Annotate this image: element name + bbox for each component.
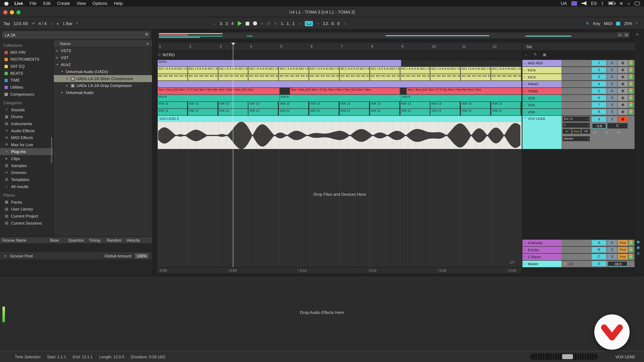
- clip[interactable]: VOX 12: [309, 109, 339, 115]
- sidebar-item-grooves[interactable]: ≈Grooves: [0, 169, 53, 176]
- groove-col-random[interactable]: Random: [107, 237, 122, 244]
- output-routing-menu[interactable]: Master: [563, 136, 590, 141]
- sidebar-item-midi-effects[interactable]: ≡MIDI Effects: [0, 134, 53, 141]
- clip[interactable]: VOX 13: [461, 102, 490, 108]
- groove-wave-icon[interactable]: ≈: [4, 253, 6, 258]
- tree-arrow-icon[interactable]: ▾: [56, 61, 59, 68]
- cue-icon[interactable]: ◉: [636, 245, 640, 249]
- clip[interactable]: VOX 13: [188, 102, 218, 108]
- clip[interactable]: VOX 12: [340, 109, 369, 115]
- clip[interactable]: KIC KIC KIC KIC KIC KIC KIC KIC: [340, 74, 370, 80]
- clip[interactable]: KIC KIC KIC KIC KIC KIC KIC KIC: [461, 74, 491, 80]
- clip[interactable]: INTRO: [158, 60, 401, 66]
- clip[interactable]: KIC KIC KIC KIC KIC KIC KIC KIC: [188, 74, 218, 80]
- clip[interactable]: VOX 12: [279, 109, 308, 115]
- sidebar-item-sounds[interactable]: ♪Sounds: [0, 106, 53, 113]
- track-number[interactable]: 1: [592, 60, 606, 66]
- monitor-in-button[interactable]: In: [563, 129, 571, 134]
- tree-arrow-icon[interactable]: ▸: [65, 75, 69, 82]
- return-title[interactable]: B Echo: [522, 247, 562, 253]
- new-button[interactable]: +: [261, 21, 263, 26]
- clip[interactable]: KIC KIC KIC KIC KIC KIC KIC KIC: [491, 74, 521, 80]
- sidebar-scrollbar[interactable]: [51, 137, 52, 163]
- clip[interactable]: KIC( I K K K KI KIC( I K: [491, 67, 521, 73]
- lane-midi-ref-1[interactable]: INTRO: [158, 60, 522, 67]
- punch-in-icon[interactable]: ⌐: [299, 21, 301, 26]
- recording-overlay-badge[interactable]: [594, 314, 630, 350]
- groove-col-groove-name[interactable]: Groove Name: [2, 237, 26, 244]
- track-number[interactable]: 4: [592, 81, 606, 87]
- solo-button[interactable]: S: [608, 117, 617, 122]
- sidebar-item-time[interactable]: TIME: [0, 77, 53, 84]
- monitor-auto-button[interactable]: Auto: [572, 129, 580, 134]
- clip[interactable]: KIC KIC KIC KIC KIC KIC KIC KIC: [400, 74, 430, 80]
- arm-button[interactable]: [618, 81, 628, 87]
- clip[interactable]: KIC( I K K K KI KIC( I K: [340, 67, 370, 73]
- clip[interactable]: VOX 12: [461, 109, 490, 115]
- sidebar-item-user-library[interactable]: ▤User Library: [0, 206, 53, 213]
- sidebar-item-drums[interactable]: ▦Drums: [0, 113, 53, 120]
- clip[interactable]: Tom ( Tom_015 Tom ( Ti Ti Ton Tom ( Tom …: [158, 88, 280, 94]
- return-letter[interactable]: A: [592, 240, 606, 246]
- track-number[interactable]: 8: [592, 109, 606, 114]
- clip[interactable]: KIC( I K K K KI KIC( I K: [431, 67, 460, 73]
- clear-search-icon[interactable]: ⊗: [145, 32, 148, 36]
- track-title[interactable]: Master: [522, 261, 562, 267]
- tap-tempo-button[interactable]: Tap: [3, 21, 10, 26]
- sidebar-item-clips[interactable]: ▸Clips: [0, 155, 53, 162]
- clip[interactable]: KIC KIC KIC KIC KIC KIC KIC KIC: [158, 74, 188, 80]
- vox-lead-waveform[interactable]: [158, 122, 522, 149]
- device-panel[interactable]: Drop Audio Effects Here: [0, 276, 644, 351]
- control-center-icon[interactable]: [634, 1, 640, 5]
- arm-button[interactable]: [618, 109, 628, 114]
- sidebar-item-utilities[interactable]: Utilities: [0, 84, 53, 91]
- track-number[interactable]: 3: [592, 74, 606, 80]
- solo-button[interactable]: S: [608, 240, 617, 246]
- clip[interactable]: VOX 13: [158, 102, 187, 108]
- menu-view[interactable]: View: [77, 1, 86, 6]
- browser-entry-vst3[interactable]: ▸VST3: [54, 47, 152, 54]
- master-volume-field[interactable]: -18.3: [608, 261, 628, 267]
- clip[interactable]: VOX 13: [249, 102, 278, 108]
- browser-entry-auv2[interactable]: ▾AUv2: [54, 61, 152, 68]
- clip[interactable]: VOX 13: [279, 102, 308, 108]
- sidebar-item-max-for-live[interactable]: ≋Max for Live: [0, 141, 53, 148]
- tree-arrow-icon[interactable]: ▸: [60, 89, 64, 96]
- arrangement-position-field[interactable]: 3. 2. 4: [220, 21, 234, 26]
- sidebar-item-samples[interactable]: ▥Samples: [0, 162, 53, 169]
- key-map-button[interactable]: Key: [593, 21, 600, 26]
- arm-button[interactable]: [618, 102, 628, 108]
- draw-mode-button[interactable]: ✎: [586, 21, 590, 26]
- clip[interactable]: KIC KIC KIC KIC KIC KIC KIC KIC: [218, 74, 248, 80]
- clip[interactable]: KIC( I K K K KI KIC( I K: [309, 67, 339, 73]
- write-button[interactable]: W: [624, 32, 629, 37]
- clip[interactable]: KIC( I K K K KI KIC( I K: [158, 67, 188, 73]
- lane-piano-4[interactable]: [158, 81, 522, 88]
- cpu-chevron-icon[interactable]: ▾: [636, 22, 638, 25]
- locator-label[interactable]: INTRO: [163, 52, 175, 57]
- solo-button[interactable]: S: [608, 247, 617, 252]
- sidebar-item-instruments[interactable]: ▤Instruments: [0, 120, 53, 127]
- sidebar-item-packs[interactable]: ▦Packs: [0, 199, 53, 206]
- sidebar-item-current-sessions[interactable]: ▤Current Sessions: [0, 220, 53, 227]
- clip[interactable]: VOX 12: [431, 109, 460, 115]
- browser-entry-universal-audio-uadx[interactable]: ▾Universal Audio (UADx): [54, 68, 152, 75]
- search-icon[interactable]: ⌕: [628, 1, 630, 6]
- arrangement-set-icons[interactable]: ↔ ✎ ▣: [524, 52, 549, 56]
- clip[interactable]: KIC( I K K K KI KIC( I K: [400, 67, 430, 73]
- clip[interactable]: KIC( I K K K KI KIC( I K: [218, 67, 248, 73]
- track-title[interactable]: TOMS: [522, 88, 562, 94]
- clip[interactable]: KIC KIC KIC KIC KIC KIC KIC KIC: [279, 74, 309, 80]
- clip[interactable]: Tom ( Tom_015 Tom ( Ti Ton Tom ( Tom ( T…: [290, 88, 400, 94]
- stop-button[interactable]: [246, 22, 249, 25]
- sidebar-item-all-results[interactable]: ⌕All results: [0, 183, 53, 190]
- volume-icon[interactable]: [582, 1, 586, 5]
- results-name-header[interactable]: Name ▾: [54, 40, 152, 47]
- locator-row[interactable]: ▷ INTRO: [158, 51, 522, 60]
- clip[interactable]: VOX 13: [309, 102, 339, 108]
- track-number[interactable]: 2: [592, 67, 606, 73]
- solo-button[interactable]: S: [608, 67, 617, 73]
- track-title[interactable]: KICK: [522, 67, 562, 73]
- automation-arm-icon[interactable]: ◳: [267, 21, 270, 25]
- metronome-dot-icon[interactable]: ●: [56, 21, 59, 26]
